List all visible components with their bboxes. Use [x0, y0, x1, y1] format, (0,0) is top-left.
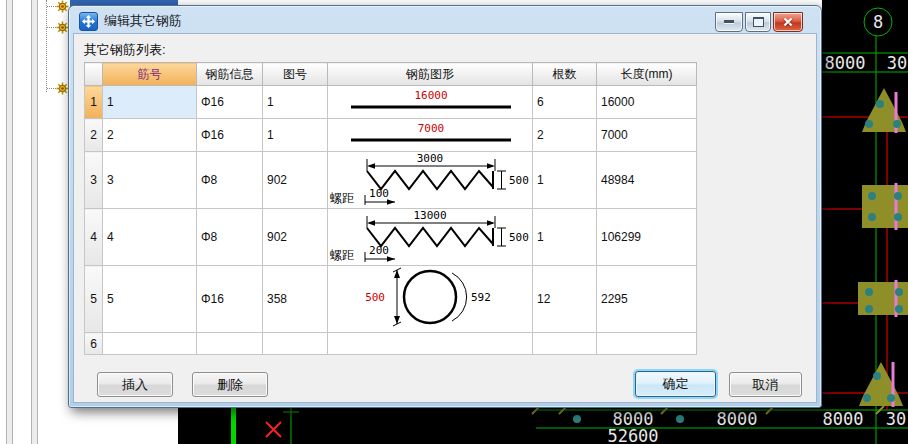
- cell-bar-id[interactable]: 2: [103, 119, 197, 152]
- cell-length[interactable]: 7000: [597, 119, 697, 152]
- ok-button[interactable]: 确定: [635, 371, 716, 397]
- cell-length[interactable]: [597, 333, 697, 355]
- col-rebar-info[interactable]: 钢筋信息: [197, 63, 263, 86]
- shape-diameter-dim: 500: [365, 291, 385, 304]
- row-header[interactable]: 6: [85, 333, 103, 355]
- row-header[interactable]: 4: [85, 209, 103, 266]
- header-row: 筋号 钢筋信息 图号 钢筋图形 根数 长度(mm): [85, 63, 697, 86]
- shape-pitch-dim: 200: [369, 244, 389, 257]
- cell-bar-id[interactable]: 3: [103, 152, 197, 209]
- cell-shape[interactable]: [328, 333, 533, 355]
- row-header[interactable]: 5: [85, 266, 103, 333]
- minimize-button[interactable]: [715, 12, 743, 32]
- insert-button[interactable]: 插入: [97, 372, 173, 397]
- table-row: 6: [85, 333, 697, 355]
- cell-count[interactable]: 1: [533, 209, 597, 266]
- cell-figure-no[interactable]: 358: [263, 266, 328, 333]
- cell-length[interactable]: 16000: [597, 86, 697, 119]
- table-row: 3 3 Φ8 902: [85, 152, 697, 209]
- cad-canvas-right[interactable]: [822, 0, 908, 444]
- cell-shape[interactable]: 16000: [328, 86, 533, 119]
- dialog-title: 编辑其它钢筋: [104, 12, 182, 30]
- rebar-table: 筋号 钢筋信息 图号 钢筋图形 根数 长度(mm) 1 1 Φ16 1: [84, 62, 697, 355]
- minimize-icon: [724, 20, 734, 23]
- close-button[interactable]: [773, 12, 803, 32]
- tree-branch-line: [47, 6, 56, 7]
- cell-rebar-info[interactable]: [197, 333, 263, 355]
- cell-count[interactable]: 2: [533, 119, 597, 152]
- row-header[interactable]: 3: [85, 152, 103, 209]
- shape-pitch-dim: 100: [369, 187, 389, 200]
- col-length[interactable]: 长度(mm): [597, 63, 697, 86]
- cell-figure-no[interactable]: 1: [263, 86, 328, 119]
- move-cross-icon: [79, 12, 98, 31]
- cell-figure-no[interactable]: 902: [263, 209, 328, 266]
- cell-rebar-info[interactable]: Φ8: [197, 152, 263, 209]
- cell-count[interactable]: [533, 333, 597, 355]
- col-bar-id[interactable]: 筋号: [103, 63, 197, 86]
- shape-pitch-label: 螺距: [330, 248, 354, 262]
- table-row: 4 4 Φ8 902: [85, 209, 697, 266]
- maximize-button[interactable]: [745, 12, 771, 32]
- close-icon: [782, 16, 794, 28]
- row-header[interactable]: 1: [85, 86, 103, 119]
- shape-height-dim: 500: [509, 231, 529, 244]
- cell-rebar-info[interactable]: Φ16: [197, 266, 263, 333]
- cad-canvas-bottom[interactable]: [178, 406, 908, 444]
- shape-length-label: 16000: [414, 89, 447, 102]
- cell-rebar-info[interactable]: Φ16: [197, 119, 263, 152]
- maximize-icon: [753, 17, 764, 27]
- table-row: 1 1 Φ16 1 16000 6 16000: [85, 86, 697, 119]
- cell-count[interactable]: 1: [533, 152, 597, 209]
- cell-length[interactable]: 48984: [597, 152, 697, 209]
- cell-shape[interactable]: 3000 500 螺距 100: [328, 152, 533, 209]
- shape-pitch-label: 螺距: [330, 191, 354, 205]
- dialog-body: 其它钢筋列表: 筋号 钢筋信息 图号 钢筋图形 根数 长度(mm): [73, 33, 817, 403]
- col-figure-no[interactable]: 图号: [263, 63, 328, 86]
- cell-count[interactable]: 12: [533, 266, 597, 333]
- table-row: 2 2 Φ16 1 7000 2 7000: [85, 119, 697, 152]
- cell-bar-id[interactable]: 5: [103, 266, 197, 333]
- cell-figure-no[interactable]: 1: [263, 119, 328, 152]
- cell-count[interactable]: 6: [533, 86, 597, 119]
- cell-bar-id[interactable]: 1: [103, 86, 197, 119]
- shape-length-label: 7000: [417, 122, 444, 135]
- table-row: 5 5 Φ16 358 500 592: [85, 266, 697, 333]
- cell-bar-id[interactable]: 4: [103, 209, 197, 266]
- col-count[interactable]: 根数: [533, 63, 597, 86]
- col-rebar-shape[interactable]: 钢筋图形: [328, 63, 533, 86]
- tree-branch-line: [47, 88, 56, 89]
- tree-branch-line: [46, 0, 47, 92]
- cell-shape[interactable]: 7000: [328, 119, 533, 152]
- cell-figure-no[interactable]: [263, 333, 328, 355]
- shape-arc-dim: 592: [471, 291, 491, 304]
- panel-divider: [31, 0, 38, 444]
- cell-rebar-info[interactable]: Φ16: [197, 86, 263, 119]
- panel-divider: [6, 0, 13, 444]
- cell-rebar-info[interactable]: Φ8: [197, 209, 263, 266]
- dialog-titlebar[interactable]: 编辑其它钢筋: [73, 9, 817, 33]
- tree-branch-line: [47, 27, 56, 28]
- cancel-button[interactable]: 取消: [729, 372, 802, 397]
- cell-length[interactable]: 106299: [597, 209, 697, 266]
- shape-top-dim: 3000: [416, 152, 443, 165]
- shape-top-dim: 13000: [413, 209, 446, 222]
- cell-shape[interactable]: 500 592: [328, 266, 533, 333]
- cell-shape[interactable]: 13000 500 螺距 200: [328, 209, 533, 266]
- delete-button[interactable]: 删除: [192, 372, 268, 397]
- list-label: 其它钢筋列表:: [84, 41, 166, 59]
- edit-other-rebar-dialog: 编辑其它钢筋 其它钢筋列表: 筋号 钢筋信息 图号: [68, 5, 822, 408]
- col-corner[interactable]: [85, 63, 103, 86]
- cell-bar-id[interactable]: [103, 333, 197, 355]
- shape-height-dim: 500: [509, 174, 529, 187]
- row-header[interactable]: 2: [85, 119, 103, 152]
- cell-figure-no[interactable]: 902: [263, 152, 328, 209]
- cell-length[interactable]: 2295: [597, 266, 697, 333]
